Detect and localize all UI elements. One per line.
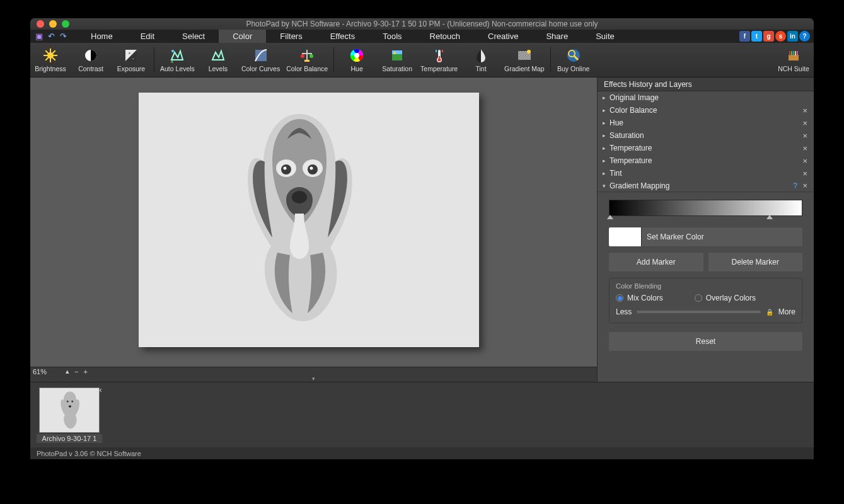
canvas-view[interactable] <box>30 77 597 367</box>
googleplus-icon[interactable]: g <box>763 31 774 42</box>
layer-temperature[interactable]: ▸Temperature× <box>598 142 814 154</box>
status-bar: PhotoPad v 3.06 © NCH Software <box>30 447 814 459</box>
menu-retouch[interactable]: Retouch <box>416 30 474 43</box>
minimize-window-button[interactable] <box>49 20 57 28</box>
tool-label: Hue <box>350 65 362 72</box>
svg-text:+: + <box>128 50 131 56</box>
svg-point-44 <box>284 167 287 170</box>
app-window: PhotoPad by NCH Software - Archivo 9-30-… <box>30 18 814 459</box>
canvas-collapse-bar[interactable]: ▾ <box>30 375 597 382</box>
menu-share[interactable]: Share <box>532 30 582 43</box>
tool-curves[interactable]: Color Curves <box>238 43 283 77</box>
close-icon[interactable]: × <box>802 144 807 153</box>
tool-exposure[interactable]: +-Exposure <box>111 43 151 77</box>
tool-saturation[interactable]: Saturation <box>377 43 417 77</box>
tool-brightness[interactable]: Brightness <box>30 43 71 77</box>
blending-title: Color Blending <box>616 282 795 290</box>
svg-rect-18 <box>304 60 309 62</box>
layer-label: Tint <box>610 169 622 178</box>
menu-color[interactable]: Color <box>219 30 266 43</box>
twitter-icon[interactable]: t <box>751 31 762 42</box>
zoom-fit-icon[interactable]: ▴ <box>66 367 69 375</box>
undo-icon[interactable]: ↶ <box>46 32 56 42</box>
stumbleupon-icon[interactable]: s <box>775 31 786 42</box>
tool-levels[interactable]: Levels <box>198 43 238 77</box>
close-icon[interactable]: × <box>802 131 807 140</box>
menu-tools[interactable]: Tools <box>369 30 415 43</box>
close-icon[interactable]: × <box>802 106 807 115</box>
title-bar: PhotoPad by NCH Software - Archivo 9-30-… <box>30 18 814 30</box>
add-marker-button[interactable]: Add Marker <box>609 253 703 272</box>
artwork-canvas[interactable] <box>139 93 479 347</box>
tool-hue[interactable]: Hue <box>337 43 377 77</box>
svg-rect-40 <box>795 51 796 55</box>
tool-autolevels[interactable]: AAuto Levels <box>157 43 198 77</box>
close-icon[interactable]: × <box>802 118 807 128</box>
tool-label: Temperature <box>420 65 458 72</box>
triangle-right-icon: ▸ <box>603 170 606 176</box>
close-window-button[interactable] <box>37 20 44 28</box>
tool-contrast[interactable]: Contrast <box>71 43 111 77</box>
menu-filters[interactable]: Filters <box>266 30 316 43</box>
tool-label: Levels <box>209 65 228 72</box>
svg-point-23 <box>393 52 396 54</box>
mix-colors-radio[interactable]: Mix Colors <box>616 294 663 302</box>
marker-color-label[interactable]: Set Marker Color <box>642 232 802 241</box>
marker-color-swatch[interactable] <box>609 227 642 246</box>
thumbnail-item[interactable]: × Archivo 9-30-17 1 <box>37 386 102 443</box>
menu-home[interactable]: Home <box>77 30 127 43</box>
side-panel-title: Effects History and Layers <box>598 77 814 91</box>
reset-button[interactable]: Reset <box>609 332 802 351</box>
facebook-icon[interactable]: f <box>739 31 750 42</box>
menu-effects[interactable]: Effects <box>316 30 369 43</box>
gradient-bar[interactable] <box>609 200 802 216</box>
overlay-colors-radio[interactable]: Overlay Colors <box>695 294 756 302</box>
tool-label: Auto Levels <box>160 65 195 72</box>
maximize-window-button[interactable] <box>62 20 69 28</box>
layer-tint[interactable]: ▸Tint× <box>598 167 814 180</box>
tool-balance[interactable]: Color Balance <box>283 43 331 77</box>
delete-marker-button[interactable]: Delete Marker <box>708 253 803 272</box>
chevron-down-icon: ▾ <box>312 375 315 382</box>
menu-select[interactable]: Select <box>168 30 219 43</box>
svg-rect-36 <box>789 55 799 60</box>
tool-label: Color Curves <box>241 65 280 72</box>
svg-point-47 <box>67 401 69 403</box>
menu-edit[interactable]: Edit <box>127 30 168 43</box>
help-icon[interactable]: ? <box>799 31 810 42</box>
save-icon[interactable]: ▣ <box>34 32 44 42</box>
side-panel: Effects History and Layers ▸Original Ima… <box>597 77 814 382</box>
linkedin-icon[interactable]: in <box>787 31 798 42</box>
layer-color-balance[interactable]: ▸Color Balance× <box>598 104 814 117</box>
close-icon[interactable]: × <box>802 181 807 190</box>
gradient-marker-end[interactable] <box>766 215 773 219</box>
close-icon[interactable]: × <box>802 169 807 178</box>
blend-slider[interactable] <box>637 311 760 313</box>
svg-point-13 <box>171 50 174 52</box>
layer-original-image[interactable]: ▸Original Image <box>598 91 814 104</box>
layer-saturation[interactable]: ▸Saturation× <box>598 129 814 142</box>
svg-rect-41 <box>797 51 798 55</box>
menu-suite[interactable]: Suite <box>582 30 628 43</box>
svg-point-46 <box>310 167 313 170</box>
tool-temperature[interactable]: Temperature <box>417 43 461 77</box>
curves-icon <box>253 47 269 64</box>
tool-buy[interactable]: Buy Online <box>553 43 594 77</box>
menu-creative[interactable]: Creative <box>474 30 532 43</box>
tool-tint[interactable]: Tint <box>461 43 501 77</box>
close-icon[interactable]: × <box>802 156 807 166</box>
layer-hue[interactable]: ▸Hue× <box>598 117 814 129</box>
redo-icon[interactable]: ↷ <box>58 32 68 42</box>
layer-gradient-mapping[interactable]: ▾ Gradient Mapping ? × <box>598 180 814 192</box>
tool-suite[interactable]: NCH Suite <box>773 43 814 77</box>
help-small-icon[interactable]: ? <box>793 181 797 190</box>
zoom-in-icon[interactable]: + <box>83 368 87 375</box>
zoom-out-icon[interactable]: − <box>74 368 78 375</box>
tool-label: Contrast <box>78 65 103 72</box>
gradient-marker-start[interactable] <box>607 215 613 219</box>
gradientmap-icon <box>516 47 533 64</box>
autolevels-icon: A <box>169 47 185 64</box>
layer-temperature[interactable]: ▸Temperature× <box>598 154 814 167</box>
tool-gradientmap[interactable]: Gradient Map <box>501 43 548 77</box>
image-content <box>227 101 372 335</box>
